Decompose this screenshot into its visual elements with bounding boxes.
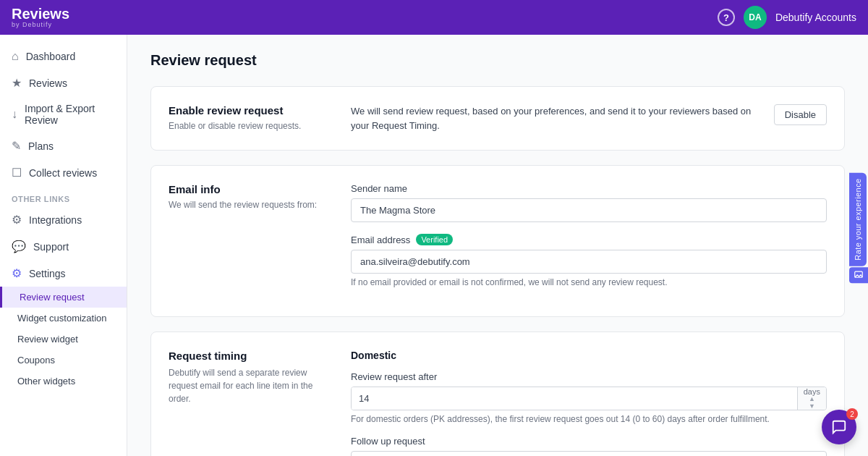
review-after-input-wrapper: days ▲ ▼ — [351, 387, 827, 410]
sidebar-item-integrations[interactable]: ⚙ Integrations — [0, 206, 127, 233]
request-timing-section: Request timing Debutify will send a sepa… — [150, 332, 845, 456]
sidebar-sub-item-widget-customization[interactable]: Widget customization — [0, 308, 127, 329]
email-address-group: Email address Verified If no email provi… — [351, 234, 827, 287]
sidebar-label-settings: Settings — [29, 268, 66, 279]
support-icon: 💬 — [12, 240, 26, 253]
enable-review-info: We will send review request, based on yo… — [351, 104, 762, 132]
email-info-row: Email info We will send the review reque… — [151, 166, 844, 316]
feedback-tab[interactable]: Rate your experience — [849, 172, 867, 266]
avatar: DA — [744, 6, 767, 29]
sidebar-sub-item-review-request[interactable]: Review request — [0, 287, 127, 308]
timing-left: Request timing Debutify will send a sepa… — [169, 350, 328, 456]
sub-label-review-widget: Review widget — [17, 334, 78, 345]
enable-review-desc: Enable or disable review requests. — [169, 121, 328, 131]
email-label-row: Email address Verified — [351, 234, 827, 245]
import-icon: ↓ — [12, 108, 17, 121]
down-arrow[interactable]: ▼ — [809, 403, 815, 410]
sub-label-review-request: Review request — [20, 292, 85, 303]
timing-right: Domestic Review request after days ▲ ▼ — [351, 350, 827, 456]
sender-name-group: Sender name — [351, 183, 827, 222]
sidebar-label-plans: Plans — [28, 140, 54, 152]
review-after-input[interactable] — [352, 387, 797, 410]
sidebar-item-collect-reviews[interactable]: ☐ Collect reviews — [0, 159, 127, 186]
sidebar-label-dashboard: Dashboard — [26, 51, 76, 62]
domestic-hint: For domestic orders (PK addresses), the … — [351, 414, 827, 424]
gear-icon: ⚙ — [12, 266, 22, 280]
account-name: Debutify Accounts — [775, 12, 856, 23]
enable-review-left: Enable review request Enable or disable … — [169, 104, 328, 132]
enable-review-section: Enable review request Enable or disable … — [150, 86, 845, 151]
feedback-tab-container: Rate your experience — [849, 172, 868, 283]
verified-badge: Verified — [416, 234, 453, 245]
follow-up-label: Follow up request — [351, 436, 827, 447]
sidebar-label-support: Support — [33, 241, 69, 253]
review-after-group: Review request after days ▲ ▼ For domest… — [351, 371, 827, 424]
sidebar-label-collect: Collect reviews — [29, 167, 97, 179]
up-arrow[interactable]: ▲ — [809, 396, 815, 402]
email-info-left: Email info We will send the review reque… — [169, 183, 328, 299]
domestic-title: Domestic — [351, 350, 827, 361]
sidebar-item-dashboard[interactable]: ⌂ Dashboard — [0, 43, 127, 69]
sidebar-label-reviews: Reviews — [29, 77, 67, 89]
email-address-input[interactable] — [351, 250, 827, 274]
sub-label-widget-customization: Widget customization — [17, 313, 107, 324]
other-links-label: OTHER LINKS — [0, 186, 127, 206]
header-right: ? DA Debutify Accounts — [718, 6, 856, 29]
enable-review-right: We will send review request, based on yo… — [351, 104, 827, 132]
star-icon: ★ — [12, 76, 22, 90]
header: Reviews by Debutify ? DA Debutify Accoun… — [0, 0, 868, 35]
logo-title: Reviews — [12, 7, 69, 21]
home-icon: ⌂ — [12, 50, 19, 63]
arrows: ▲ ▼ — [809, 396, 815, 410]
main-content: Review request Enable review request Ena… — [127, 35, 868, 456]
sidebar-item-import-export[interactable]: ↓ Import & Export Review — [0, 96, 127, 132]
days-suffix: days ▲ ▼ — [797, 387, 826, 410]
chat-badge: 2 — [846, 408, 858, 420]
sender-name-input[interactable] — [351, 198, 827, 222]
sidebar-sub-item-review-widget[interactable]: Review widget — [0, 329, 127, 350]
follow-up-group: Follow up request Send another request i… — [351, 436, 827, 456]
follow-up-select[interactable]: Send another request if not clicked Do n… — [351, 451, 827, 456]
layout: ⌂ Dashboard ★ Reviews ↓ Import & Export … — [0, 35, 868, 456]
email-info-right: Sender name Email address Verified If no… — [351, 183, 827, 299]
plans-icon: ✎ — [12, 139, 21, 153]
sidebar-item-reviews[interactable]: ★ Reviews — [0, 69, 127, 96]
sidebar-sub-item-coupons[interactable]: Coupons — [0, 350, 127, 371]
sidebar-sub-item-other-widgets[interactable]: Other widgets — [0, 371, 127, 392]
sidebar-item-plans[interactable]: ✎ Plans — [0, 132, 127, 159]
sidebar-label-integrations: Integrations — [29, 214, 82, 226]
timing-title: Request timing — [169, 350, 328, 362]
enable-review-row: Enable review request Enable or disable … — [151, 87, 844, 150]
enable-review-right-inner: We will send review request, based on yo… — [351, 104, 827, 132]
email-info-title: Email info — [169, 183, 328, 195]
email-address-label: Email address — [351, 235, 410, 245]
feedback-icon[interactable] — [849, 268, 868, 284]
sidebar-item-settings[interactable]: ⚙ Settings — [0, 260, 127, 287]
review-after-label: Review request after — [351, 371, 827, 382]
logo: Reviews by Debutify — [12, 7, 69, 28]
logo-subtitle: by Debutify — [12, 21, 69, 28]
sidebar-item-support[interactable]: 💬 Support — [0, 233, 127, 260]
sidebar-label-import-export: Import & Export Review — [25, 103, 115, 126]
enable-review-title: Enable review request — [169, 104, 328, 117]
page-title: Review request — [150, 52, 845, 69]
collect-icon: ☐ — [12, 166, 22, 180]
email-info-desc: We will send the review requests from: — [169, 200, 328, 210]
sub-label-coupons: Coupons — [17, 355, 55, 366]
timing-desc: Debutify will send a separate review req… — [169, 366, 328, 405]
integrations-icon: ⚙ — [12, 213, 22, 227]
help-icon[interactable]: ? — [718, 9, 735, 26]
sub-label-other-widgets: Other widgets — [17, 376, 75, 387]
chat-button[interactable]: 2 — [822, 410, 856, 444]
chat-icon — [831, 419, 847, 435]
sender-name-label: Sender name — [351, 183, 827, 194]
disable-button[interactable]: Disable — [774, 104, 827, 125]
sidebar: ⌂ Dashboard ★ Reviews ↓ Import & Export … — [0, 35, 127, 456]
email-hint: If no email provided or email is not con… — [351, 277, 827, 287]
email-info-section: Email info We will send the review reque… — [150, 165, 845, 317]
